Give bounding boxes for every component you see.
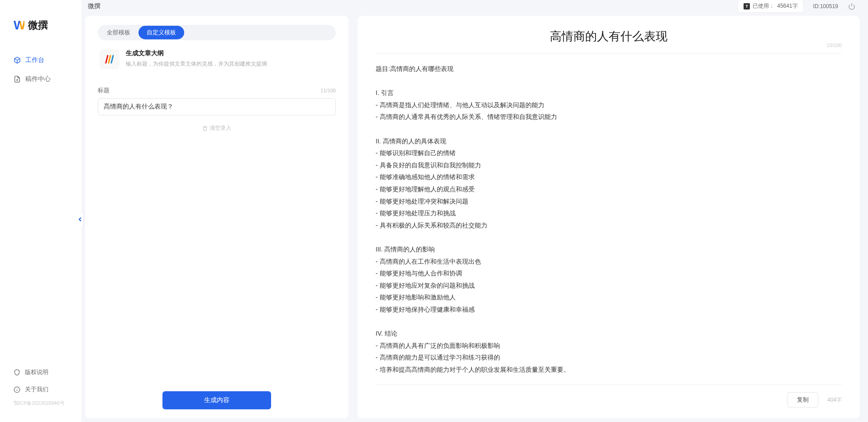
logo[interactable]: W 微撰 [0,9,81,51]
output-word-count: 404字 [827,396,842,404]
template-title: 生成文章大纲 [126,49,267,57]
logo-mark: W [14,18,24,33]
nav-label: 工作台 [25,56,44,64]
trash-icon [202,126,208,131]
tab-all-templates[interactable]: 全部模板 [99,26,138,39]
nav-item-drafts[interactable]: 稿件中心 [0,70,81,89]
logo-text: 微撰 [28,19,48,32]
nav-label: 稿件中心 [25,75,51,83]
footer-copyright[interactable]: 版权说明 [0,364,81,381]
shield-icon [14,369,20,376]
sidebar-footer: 版权说明 关于我们 鄂ICP备2022016946号 [0,364,81,413]
sidebar-nav: 工作台 稿件中心 [0,51,81,364]
output-title: 高情商的人有什么表现 [376,28,842,44]
usage-value: 45641字 [777,2,797,10]
sidebar: W 微撰 工作台 稿件中心 版权说明 [0,0,81,422]
icp-text: 鄂ICP备2022016946号 [0,398,81,408]
output-panel: 高情商的人有什么表现 10/100 题目:高情商的人有哪些表现 I. 引言 - … [358,16,860,418]
tab-custom-templates[interactable]: 自定义模板 [138,26,184,39]
output-title-count: 10/100 [826,43,842,48]
user-id: ID:100519 [813,3,838,9]
chevron-left-icon [78,217,82,222]
template-card: 生成文章大纲 输入标题，为你提供文章主体的灵感，并为其创建推文提纲 [98,40,336,77]
text-icon: T [744,3,750,9]
footer-label: 版权说明 [25,368,48,376]
nav-item-workspace[interactable]: 工作台 [0,51,81,70]
sidebar-collapse-toggle[interactable] [77,213,83,226]
copy-button[interactable]: 复制 [787,392,818,408]
power-icon[interactable] [848,3,855,10]
page-title: 微撰 [88,2,100,10]
footer-label: 关于我们 [25,385,48,394]
template-tabs: 全部模板 自定义模板 [98,25,336,40]
cube-icon [14,57,21,64]
template-description: 输入标题，为你提供文章主体的灵感，并为其创建推文提纲 [126,60,267,68]
topbar: 微撰 T 已使用： 45641字 ID:100519 [81,0,868,12]
document-icon [14,76,21,83]
output-body: 题目:高情商的人有哪些表现 I. 引言 - 高情商是指人们处理情绪、与他人互动以… [376,54,842,384]
title-input[interactable] [98,98,336,115]
title-char-count: 11/100 [320,88,336,93]
usage-prefix: 已使用： [753,2,774,10]
info-icon [14,386,20,393]
generate-button[interactable]: 生成内容 [162,391,271,409]
input-panel: 全部模板 自定义模板 生成文章大纲 输入标题，为你提供文章主体的灵感，并为其创建… [85,16,348,418]
title-label: 标题 [98,86,110,95]
clear-input-button[interactable]: 清空录入 [98,124,336,132]
template-icon [100,49,119,69]
footer-about[interactable]: 关于我们 [0,381,81,398]
usage-badge[interactable]: T 已使用： 45641字 [738,0,803,12]
